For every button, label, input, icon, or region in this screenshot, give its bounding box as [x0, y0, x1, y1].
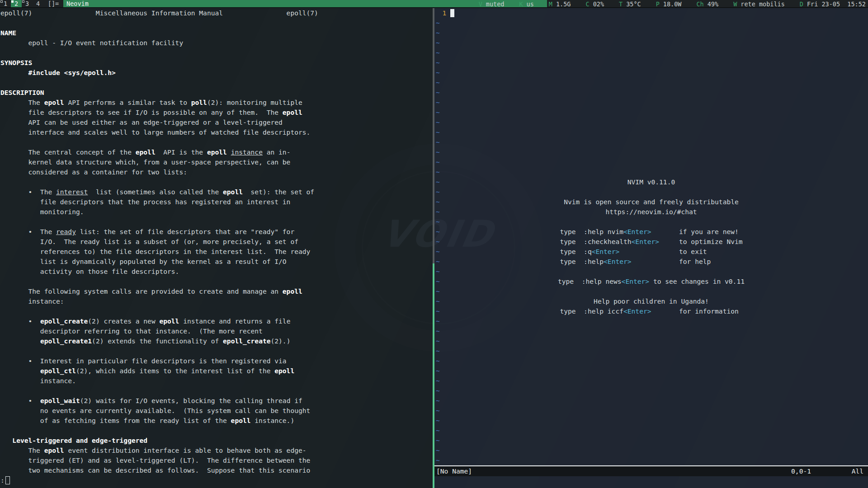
splash-line: type :help<Enter> for help: [434, 257, 868, 267]
man-line: [0, 426, 433, 436]
tilde-row: ~: [436, 137, 440, 147]
status-modules: VmutedKusM1.5GC02%T35°CP18.0WCh49%Wrete …: [479, 0, 866, 8]
tilde-row: ~: [436, 426, 440, 436]
man-line: DESCRIPTION: [0, 88, 433, 98]
man-line: • Interest in particular file descriptor…: [0, 356, 433, 366]
tilde-row: ~: [436, 386, 440, 396]
tilde-row: ~: [436, 127, 440, 137]
status-item-ch: Ch49%: [696, 0, 718, 8]
workspace-tag-4[interactable]: 4: [33, 0, 43, 7]
tilde-row: ~: [436, 217, 440, 227]
neovim-window[interactable]: 1 ~~~~~~~~~~~~~~~~~~~~~~~~~~~~~~~~~~~~~~…: [434, 8, 868, 488]
status-item-v: Vmuted: [479, 0, 505, 8]
man-line: triggered (ET) and as level-triggered (L…: [0, 455, 433, 465]
status-item-m: M1.5G: [549, 0, 571, 8]
man-line: Level-triggered and edge-triggered: [0, 436, 433, 446]
splash-line: Nvim is open source and freely distribut…: [434, 197, 868, 207]
focused-window-title: Neovim: [63, 0, 547, 7]
status-item-c: C02%: [586, 0, 604, 8]
tilde-row: ~: [436, 88, 440, 98]
status-item-d: DFri 23-05 15:52: [800, 0, 866, 8]
tilde-row: ~: [436, 18, 440, 28]
tilde-row: ~: [436, 68, 440, 78]
layout-symbol[interactable]: []=: [43, 0, 63, 7]
tilde-row: ~: [436, 58, 440, 68]
tilde-row: ~: [436, 286, 440, 296]
desktop-area: VOID epoll(7) Miscellaneous Information …: [0, 8, 868, 488]
tilde-row: ~: [436, 48, 440, 58]
man-line: considered as a container for two lists:: [0, 167, 433, 177]
man-line: no events are currently available. (This…: [0, 406, 433, 416]
man-line: API can be used either as an edge-trigge…: [0, 117, 433, 127]
man-line: • epoll_create(2) creates a new epoll in…: [0, 316, 433, 326]
workspace-tags: 1234: [0, 0, 43, 7]
tilde-row: ~: [436, 366, 440, 376]
status-item-k: Kus: [519, 0, 533, 8]
pager-prompt: :: [0, 476, 5, 484]
cursor-position: 0,0-1: [791, 466, 811, 476]
tilde-row: ~: [436, 326, 440, 336]
man-line: file descriptors that the process has re…: [0, 197, 433, 207]
tilde-row: ~: [436, 267, 440, 277]
man-line: [0, 18, 433, 28]
man-line: epoll - I/O event notification facility: [0, 38, 433, 48]
splash-line: type :help news<Enter> to see changes in…: [434, 277, 868, 286]
tilde-row: ~: [436, 356, 440, 366]
scroll-indicator: All: [852, 466, 863, 476]
pager-prompt-line: :: [0, 475, 433, 485]
tilde-row: ~: [436, 117, 440, 127]
tilde-row: ~: [436, 416, 440, 426]
splash-line: type :help iccf<Enter> for information: [434, 306, 868, 316]
man-line: [0, 48, 433, 58]
man-line: kernel data structure which, from a user…: [0, 157, 433, 167]
tilde-row: ~: [436, 167, 440, 177]
tilde-row: ~: [436, 455, 440, 465]
tilde-row: ~: [436, 187, 440, 197]
tilde-row: ~: [436, 336, 440, 346]
workspace-tag-1[interactable]: 1: [0, 0, 11, 7]
man-line: SYNOPSIS: [0, 58, 433, 68]
desktop-screen: 1234 []= Neovim VmutedKusM1.5GC02%T35°CP…: [0, 0, 868, 488]
tilde-row: ~: [436, 98, 440, 108]
man-line: The epoll API performs a similar task to…: [0, 98, 433, 108]
man-line: monitoring.: [0, 207, 433, 217]
tilde-row: ~: [436, 396, 440, 406]
tilde-row: ~: [436, 346, 440, 356]
splash-line: https://neovim.io/#chat: [434, 207, 868, 217]
status-item-p: P18.0W: [656, 0, 682, 8]
man-line: list is dynamically populated by the ker…: [0, 257, 433, 267]
man-line: epoll(7) Miscellaneous Information Manua…: [0, 8, 433, 18]
workspace-tag-2[interactable]: 2: [11, 0, 22, 7]
man-line: epoll_ctl(2), which adds items to the in…: [0, 366, 433, 376]
tilde-row: ~: [436, 406, 440, 416]
terminal-manpage-window[interactable]: epoll(7) Miscellaneous Information Manua…: [0, 8, 433, 488]
man-line: [0, 346, 433, 356]
tilde-row: ~: [436, 108, 440, 117]
top-bar: 1234 []= Neovim VmutedKusM1.5GC02%T35°CP…: [0, 0, 868, 8]
man-line: activity on those file descriptors.: [0, 267, 433, 277]
splash-line: Help poor children in Uganda!: [434, 296, 868, 306]
man-line: instance.: [0, 376, 433, 386]
man-line: • epoll_wait(2) waits for I/O events, bl…: [0, 396, 433, 406]
buffer-line-1: 1: [434, 8, 450, 18]
man-line: • The interest list (sometimes also call…: [0, 187, 433, 197]
workspace-tag-3[interactable]: 3: [22, 0, 33, 7]
man-line: descriptor referring to that instance. (…: [0, 326, 433, 336]
status-item-w: Wrete mobilis: [733, 0, 785, 8]
man-line: [0, 78, 433, 88]
tilde-row: ~: [436, 38, 440, 48]
nvim-statusline: [No Name] 0,0-1 All: [434, 465, 868, 476]
buffer-name: [No Name]: [436, 466, 472, 476]
terminal-cursor: [5, 476, 10, 484]
splash-line: NVIM v0.11.0: [434, 177, 868, 187]
tilde-row: ~: [436, 78, 440, 88]
man-line: epoll_create1(2) extends the functionali…: [0, 336, 433, 346]
man-line: The central concept of the epoll API is …: [0, 147, 433, 157]
man-line: The epoll event distribution interface i…: [0, 446, 433, 455]
tilde-row: ~: [436, 436, 440, 446]
man-line: [0, 217, 433, 227]
man-line: of as fetching items from the ready list…: [0, 416, 433, 426]
man-line: two mechanisms can be described as follo…: [0, 465, 433, 475]
tilde-row: ~: [436, 28, 440, 38]
tilde-row: ~: [436, 147, 440, 157]
